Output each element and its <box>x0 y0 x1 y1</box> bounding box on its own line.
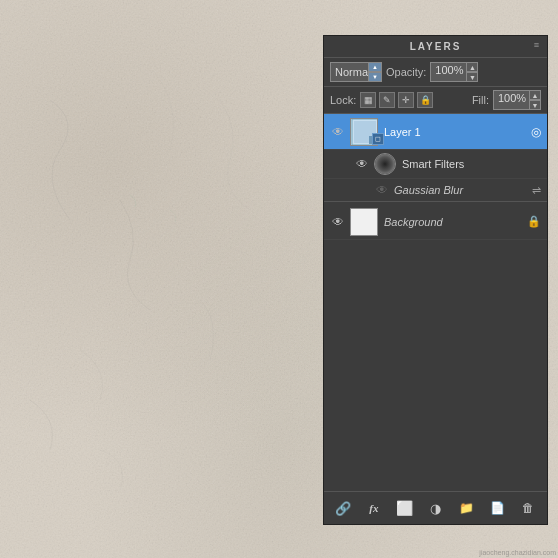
layers-empty-area <box>324 240 547 400</box>
panel-footer: 🔗 fx ⬜ ◑ 📁 📄 🗑 <box>324 491 547 524</box>
fill-down-arrow[interactable]: ▼ <box>529 100 541 110</box>
layers-panel: LAYERS ≡ Normal Dissolve Multiply Screen… <box>323 35 548 525</box>
lock-icons-group: ▦ ✎ ✛ 🔒 <box>360 92 468 108</box>
layer-row-layer1[interactable]: 👁 ◻ Layer 1 ◎ <box>324 114 547 150</box>
filter-options-icon[interactable]: ⇌ <box>532 184 541 197</box>
link-layers-button[interactable]: 🔗 <box>332 498 354 518</box>
layer-thumbnail-smart-filters <box>374 153 396 175</box>
fill-up-arrow[interactable]: ▲ <box>529 90 541 100</box>
blend-opacity-row: Normal Dissolve Multiply Screen Overlay … <box>324 58 547 87</box>
panel-collapse-icon[interactable]: ≡ <box>534 40 541 50</box>
fill-value[interactable]: 100% <box>493 90 531 110</box>
visibility-icon-background[interactable]: 👁 <box>330 214 346 230</box>
delete-layer-button[interactable]: 🗑 <box>517 498 539 518</box>
lock-label: Lock: <box>330 94 356 106</box>
panel-header: LAYERS ≡ <box>324 36 547 58</box>
smart-object-badge: ◻ <box>372 133 384 145</box>
layer-name-smart-filters: Smart Filters <box>402 158 541 170</box>
fill-label: Fill: <box>472 94 489 106</box>
layer-row-background[interactable]: 👁 Background 🔒 <box>324 204 547 240</box>
layer-name-gaussian-blur: Gaussian Blur <box>394 184 532 196</box>
layer-row-gaussian-blur[interactable]: 👁 Gaussian Blur ⇌ <box>324 179 547 202</box>
adjustment-layer-button[interactable]: ◑ <box>424 498 446 518</box>
layer-name-background: Background <box>384 216 523 228</box>
layer-fx-indicator-layer1: ◎ <box>531 125 541 139</box>
lock-all-button[interactable]: 🔒 <box>417 92 433 108</box>
layer-effects-button[interactable]: fx <box>363 498 385 518</box>
opacity-value[interactable]: 100% <box>430 62 468 82</box>
layer-lock-icon-background: 🔒 <box>527 215 541 228</box>
opacity-label: Opacity: <box>386 66 426 78</box>
layer-row-smart-filters[interactable]: 👁 Smart Filters <box>324 150 547 179</box>
layers-list: 👁 ◻ Layer 1 ◎ 👁 <box>324 114 547 491</box>
opacity-up-arrow[interactable]: ▲ <box>466 62 478 72</box>
fill-arrows: ▲ ▼ <box>529 90 541 110</box>
group-layers-button[interactable]: 📁 <box>455 498 477 518</box>
fill-control: 100% ▲ ▼ <box>493 90 541 110</box>
lock-fill-row: Lock: ▦ ✎ ✛ 🔒 Fill: 100% ▲ ▼ <box>324 87 547 114</box>
panel-title: LAYERS <box>410 41 462 52</box>
opacity-down-arrow[interactable]: ▼ <box>466 72 478 82</box>
lock-transparency-button[interactable]: ▦ <box>360 92 376 108</box>
layer-thumbnail-background <box>350 208 378 236</box>
layer-name-layer1: Layer 1 <box>384 126 527 138</box>
add-mask-button[interactable]: ⬜ <box>394 498 416 518</box>
blend-mode-wrapper: Normal Dissolve Multiply Screen Overlay … <box>330 62 382 82</box>
new-layer-button[interactable]: 📄 <box>486 498 508 518</box>
visibility-icon-smart-filters[interactable]: 👁 <box>354 156 370 172</box>
visibility-icon-gaussian-blur[interactable]: 👁 <box>374 182 390 198</box>
visibility-icon-layer1[interactable]: 👁 <box>330 124 346 140</box>
blend-mode-select[interactable]: Normal Dissolve Multiply Screen Overlay <box>330 62 382 82</box>
lock-pixels-button[interactable]: ✎ <box>379 92 395 108</box>
opacity-arrows: ▲ ▼ <box>466 62 478 82</box>
lock-position-button[interactable]: ✛ <box>398 92 414 108</box>
opacity-control: 100% ▲ ▼ <box>430 62 478 82</box>
watermark: jiaocheng.chazidian.com <box>479 549 556 556</box>
